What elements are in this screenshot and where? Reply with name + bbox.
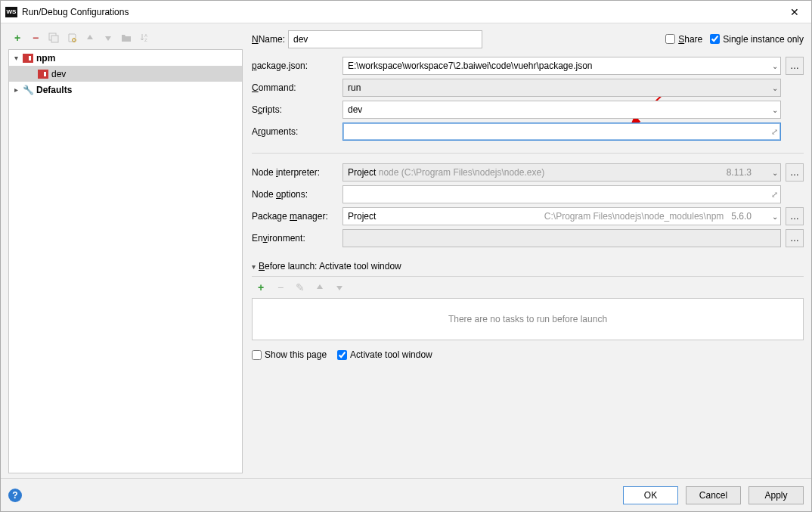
config-editor: NName: Share Single instance only pa [243,23,811,478]
cancel-button[interactable]: Cancel [686,486,741,504]
arguments-input[interactable] [342,123,781,141]
svg-text:Z: Z [144,38,147,42]
environment-row: Environment: … [252,227,804,249]
browse-env-button[interactable]: … [786,229,804,247]
package-manager-row: Package manager: Project C:\Program File… [252,205,804,227]
share-checkbox[interactable]: Share [665,34,702,45]
command-row: Command: run ⌄ [252,76,804,98]
node-options-row: Node options: ⤢ [252,183,804,205]
save-config-icon[interactable] [66,32,78,44]
move-down-icon [102,32,114,44]
package-json-label: package.json: [252,61,342,71]
tree-node-npm[interactable]: ▾ npm [9,50,242,66]
name-row: NName: Share Single instance only [252,28,804,50]
webstorm-icon: WS [5,7,17,17]
activate-tool-window-checkbox[interactable]: Activate tool window [337,349,432,360]
arguments-label: Arguments: [252,126,342,137]
close-icon[interactable]: ✕ [777,1,811,23]
chevron-down-icon: ▾ [252,262,256,271]
apply-button[interactable]: Apply [748,486,804,504]
chevron-down-icon[interactable]: ▾ [12,54,20,62]
ok-button[interactable]: OK [623,486,678,504]
command-select[interactable]: run [342,79,781,97]
move-up-icon [314,281,326,293]
name-input[interactable] [288,30,482,48]
remove-task-icon: − [274,281,287,293]
copy-config-icon[interactable] [48,32,60,44]
titlebar: WS Run/Debug Configurations ✕ [1,1,811,23]
package-json-input[interactable] [342,57,781,75]
node-interpreter-row: Node interpreter: Project node (C:\Progr… [252,161,804,183]
activate-tool-window-label: Activate tool window [350,349,432,360]
before-launch-header[interactable]: ▾ Before launch: Activate tool window [252,261,804,272]
sort-icon[interactable]: AZ [138,32,150,44]
tree-node-label: Defaults [36,85,72,95]
share-label: Share [678,34,702,45]
package-json-row: package.json: ⌄ … [252,54,804,76]
remove-config-icon[interactable]: − [29,32,42,44]
package-manager-select[interactable]: Project C:\Program Files\nodejs\node_mod… [342,207,781,225]
before-launch-checks: Show this page Activate tool window [252,349,804,360]
package-manager-label: Package manager: [252,211,342,222]
add-task-icon[interactable]: + [255,281,267,293]
tree-node-dev[interactable]: dev [9,66,242,82]
name-label: NName: [252,34,288,45]
folder-icon[interactable] [120,32,132,44]
before-launch-title: Before launch: Activate tool window [259,261,401,272]
arguments-row: Arguments: ⤢ [252,120,804,142]
environment-input[interactable] [342,229,781,247]
single-instance-label: Single instance only [723,34,804,45]
wrench-icon: 🔧 [23,85,33,95]
show-this-page-checkbox[interactable]: Show this page [252,349,327,360]
add-config-icon[interactable]: + [11,32,23,44]
separator [252,153,804,154]
scripts-label: Scripts: [252,104,342,115]
node-options-input[interactable] [342,185,781,203]
tree-toolbar: + − [8,28,243,48]
edit-task-icon: ✎ [294,281,306,293]
before-launch-empty-text: There are no tasks to run before launch [448,314,607,324]
dialog-footer: ? OK Cancel Apply [1,478,811,511]
tree-node-defaults[interactable]: ▸ 🔧 Defaults [9,82,242,98]
svg-rect-1 [51,36,58,42]
npm-icon [23,54,33,63]
configurations-panel: + − [1,23,243,478]
scripts-select[interactable]: dev [342,101,781,119]
before-launch-tasks-box[interactable]: There are no tasks to run before launch [252,298,804,340]
tree-node-label: dev [51,69,66,79]
tree-node-label: npm [36,53,55,64]
run-debug-config-dialog: WS Run/Debug Configurations ✕ + − [0,0,812,512]
show-this-page-label: Show this page [265,349,327,360]
node-options-label: Node options: [252,189,342,200]
config-tree[interactable]: ▾ npm dev ▸ 🔧 Defaults [8,49,243,473]
move-down-icon [333,281,346,293]
node-interpreter-label: Node interpreter: [252,167,342,178]
single-instance-checkbox[interactable]: Single instance only [710,34,804,45]
browse-package-json-button[interactable]: … [786,57,804,75]
separator [252,276,804,277]
node-interpreter-select[interactable]: Project node (C:\Program Files\nodejs\no… [342,163,781,182]
npm-icon [38,70,48,79]
help-icon[interactable]: ? [8,489,22,502]
scripts-row: Scripts: dev ⌄ [252,98,804,120]
environment-label: Environment: [252,233,342,244]
chevron-right-icon[interactable]: ▸ [12,85,20,94]
browse-node-button[interactable]: … [786,163,804,182]
browse-pkg-manager-button[interactable]: … [786,207,804,225]
dialog-title: Run/Debug Configurations [22,7,777,17]
move-up-icon [84,32,96,44]
command-label: Command: [252,82,342,93]
before-launch-toolbar: + − ✎ [252,280,804,295]
